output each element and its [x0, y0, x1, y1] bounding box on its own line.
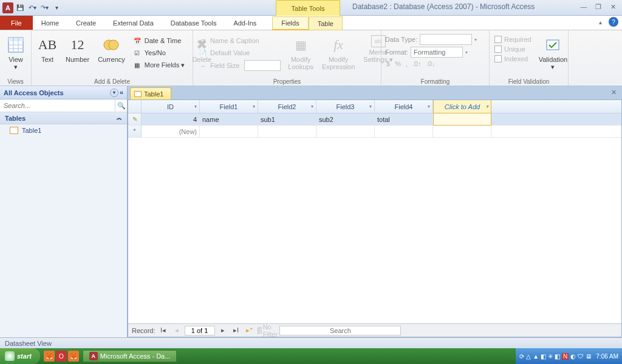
- tray-icon[interactable]: ✳: [548, 353, 553, 360]
- yes-no-button[interactable]: ☑Yes/No: [131, 47, 186, 58]
- taskbar-item-access[interactable]: AMicrosoft Access - Da...: [83, 350, 177, 362]
- search-icon[interactable]: 🔍: [115, 99, 127, 112]
- group-add-delete-label: Add & Delete: [32, 78, 193, 85]
- collapse-group-icon[interactable]: ︽: [117, 114, 122, 122]
- view-label: View: [9, 56, 23, 63]
- close-button[interactable]: ✕: [607, 2, 618, 12]
- cell[interactable]: [258, 126, 316, 137]
- chevron-down-icon[interactable]: ▾: [194, 104, 197, 109]
- system-tray: ⟳ △ ▲ ◧ ✳ ◧ N ◐ 🛡 🖥 7:06 AM: [516, 348, 622, 364]
- minimize-button[interactable]: ―: [578, 2, 589, 12]
- tab-create[interactable]: Create: [67, 16, 104, 30]
- record-position-input[interactable]: [185, 326, 215, 335]
- chevron-down-icon[interactable]: ▾: [369, 104, 372, 109]
- clock[interactable]: 7:06 AM: [596, 353, 618, 360]
- qat-customize-icon[interactable]: ▾: [51, 2, 62, 13]
- tray-icon[interactable]: ◐: [570, 353, 576, 360]
- group-formatting: Data Type:▾ Format:▾ $ % , .0↑ .0↓ Forma…: [381, 30, 490, 86]
- filter-indicator: 🗄 No Filter: [261, 326, 272, 335]
- col-field4[interactable]: Field4▾: [375, 100, 433, 113]
- tab-file[interactable]: File: [0, 16, 33, 30]
- doc-tab-table1[interactable]: Table1: [130, 87, 171, 99]
- nav-collapse-icon[interactable]: «: [120, 89, 123, 97]
- tray-icon[interactable]: ▲: [533, 353, 539, 360]
- tray-icon[interactable]: 🛡: [578, 353, 584, 360]
- cell[interactable]: [200, 126, 258, 137]
- record-search-input[interactable]: [279, 326, 401, 335]
- tray-icon[interactable]: ◧: [541, 353, 546, 360]
- last-record-button[interactable]: ▸I: [231, 326, 242, 335]
- workspace: All Access Objects ▾« 🔍 Tables︽ Table1 T…: [0, 86, 622, 337]
- nav-item-table1[interactable]: Table1: [0, 124, 127, 136]
- tray-icon[interactable]: △: [526, 353, 531, 360]
- nav-search-input[interactable]: [0, 99, 115, 112]
- start-button[interactable]: start: [0, 348, 40, 364]
- cell-id-new[interactable]: (New): [142, 126, 200, 137]
- minimize-ribbon-icon[interactable]: ▴: [595, 17, 605, 27]
- col-add[interactable]: Click to Add▾: [433, 99, 491, 113]
- svg-rect-1: [9, 38, 23, 41]
- cell[interactable]: total: [375, 113, 433, 125]
- col-field1[interactable]: Field1▾: [200, 100, 258, 113]
- cell[interactable]: sub1: [258, 113, 316, 125]
- cell[interactable]: name: [200, 113, 258, 125]
- tray-icon[interactable]: 🖥: [586, 353, 592, 360]
- cell[interactable]: [375, 126, 433, 137]
- col-field2[interactable]: Field2▾: [258, 100, 316, 113]
- restore-button[interactable]: ❐: [593, 2, 604, 12]
- tray-icon[interactable]: N: [562, 353, 569, 360]
- svg-rect-8: [547, 40, 559, 50]
- first-record-button[interactable]: I◂: [158, 326, 169, 335]
- firefox-icon[interactable]: 🦊: [68, 351, 79, 362]
- col-id[interactable]: ID▾: [142, 100, 200, 113]
- select-all-cell[interactable]: [128, 100, 142, 113]
- table-icon: [10, 127, 18, 134]
- text-button[interactable]: ABText: [35, 34, 60, 64]
- chevron-down-icon[interactable]: ▾: [486, 104, 488, 109]
- col-field3[interactable]: Field3▾: [316, 100, 375, 113]
- redo-icon[interactable]: ↷▾: [39, 2, 50, 13]
- nav-header[interactable]: All Access Objects ▾«: [0, 86, 127, 99]
- opera-icon[interactable]: O: [56, 351, 67, 362]
- date-time-button[interactable]: 📅Date & Time: [131, 35, 186, 46]
- save-icon[interactable]: 💾: [15, 2, 26, 13]
- app-icon[interactable]: A: [2, 2, 13, 13]
- nav-group-tables[interactable]: Tables︽: [0, 112, 127, 124]
- currency-button[interactable]: Currency: [95, 34, 128, 64]
- next-record-button[interactable]: ▸: [217, 326, 228, 335]
- tab-home[interactable]: Home: [33, 16, 67, 30]
- tab-fields[interactable]: Fields: [272, 16, 308, 30]
- cell[interactable]: sub2: [316, 113, 375, 125]
- validation-button[interactable]: Validation▾: [536, 34, 570, 72]
- chevron-down-icon[interactable]: ▾: [253, 104, 255, 109]
- new-record-button[interactable]: ▸*: [244, 326, 255, 335]
- grid-row-new[interactable]: * (New): [128, 126, 621, 138]
- number-button[interactable]: 12Number: [63, 34, 92, 64]
- cell[interactable]: [316, 126, 375, 137]
- firefox-icon[interactable]: 🦊: [44, 351, 55, 362]
- group-validation-label: Field Validation: [490, 78, 568, 85]
- tray-icon[interactable]: ⟳: [519, 353, 524, 360]
- cell-active[interactable]: [433, 113, 491, 126]
- cell-id[interactable]: 4: [142, 113, 200, 125]
- quick-access-toolbar: A 💾 ↶▾ ↷▾ ▾: [0, 2, 62, 13]
- undo-icon[interactable]: ↶▾: [27, 2, 38, 13]
- chevron-down-icon[interactable]: ▾: [428, 104, 430, 109]
- comma-format-button: ,: [405, 59, 409, 68]
- row-selector-editing-icon[interactable]: ✎: [128, 113, 142, 125]
- tab-add-ins[interactable]: Add-Ins: [225, 16, 265, 30]
- more-fields-button[interactable]: ▦More Fields ▾: [131, 59, 186, 70]
- help-icon[interactable]: ?: [609, 17, 618, 27]
- table-icon: [134, 91, 142, 97]
- tab-database-tools[interactable]: Database Tools: [162, 16, 225, 30]
- tray-icon[interactable]: ◧: [555, 353, 560, 360]
- nav-dropdown-icon[interactable]: ▾: [110, 89, 118, 97]
- row-selector-new-icon[interactable]: *: [128, 126, 142, 137]
- grid-row[interactable]: ✎ 4 name sub1 sub2 total: [128, 113, 621, 126]
- view-button[interactable]: View▾: [4, 34, 28, 72]
- doc-close-button[interactable]: ✕: [609, 87, 618, 97]
- cell[interactable]: [433, 126, 491, 137]
- tab-table[interactable]: Table: [309, 16, 343, 30]
- chevron-down-icon[interactable]: ▾: [311, 104, 313, 109]
- tab-external-data[interactable]: External Data: [104, 16, 162, 30]
